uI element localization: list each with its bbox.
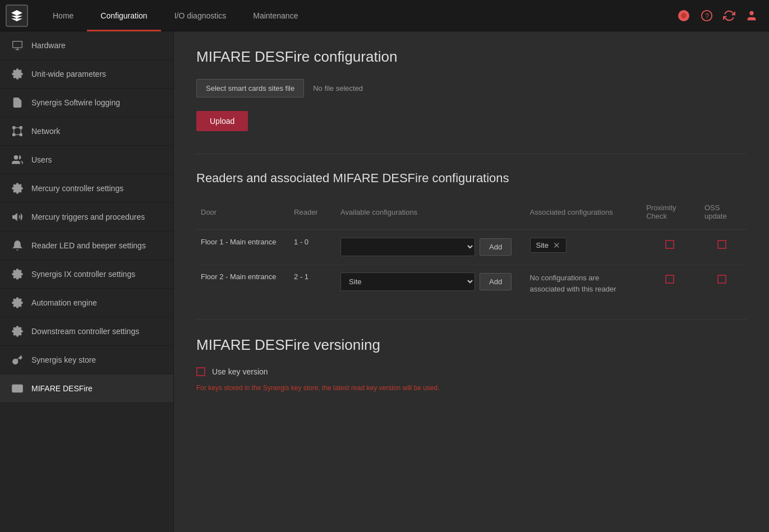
gear-icon-downstream	[11, 325, 24, 337]
sidebar-item-reader-led[interactable]: Reader LED and beeper settings	[0, 232, 173, 260]
sidebar-item-synergis-ix[interactable]: Synergis IX controller settings	[0, 260, 173, 289]
versioning-section: MIFARE DESFire versioning Use key versio…	[196, 336, 747, 392]
card-icon	[11, 382, 24, 395]
cell-door-1: Floor 1 - Main entrance	[196, 230, 289, 265]
nav-home[interactable]: Home	[39, 0, 87, 31]
col-door: Door	[196, 199, 289, 230]
svg-point-15	[14, 156, 18, 160]
associated-tag-1: Site ✕	[530, 238, 567, 253]
cell-proximity-2	[642, 265, 700, 303]
readers-table: Door Reader Available configurations Ass…	[196, 199, 747, 302]
add-config-button-1[interactable]: Add	[480, 238, 512, 256]
no-file-label: No file selected	[313, 84, 363, 92]
upload-button[interactable]: Upload	[196, 111, 248, 131]
use-key-version-label: Use key version	[212, 367, 268, 376]
sidebar-item-mercury-triggers[interactable]: Mercury triggers and procedures	[0, 203, 173, 232]
sidebar-item-synergis-key[interactable]: Synergis key store	[0, 346, 173, 374]
oss-update-2[interactable]	[717, 275, 726, 284]
cell-oss-2	[700, 265, 747, 303]
cell-proximity-1	[642, 230, 700, 265]
sidebar-item-logging[interactable]: Synergis Softwire logging	[0, 89, 173, 117]
nav-io-diagnostics[interactable]: I/O diagnostics	[161, 0, 240, 31]
sidebar-item-mercury-controller[interactable]: Mercury controller settings	[0, 174, 173, 203]
nav-icon-group: ?	[677, 9, 769, 22]
sidebar-item-users[interactable]: Users	[0, 146, 173, 174]
use-key-version-checkbox[interactable]	[196, 367, 205, 376]
proximity-check-2[interactable]	[665, 275, 674, 284]
svg-marker-17	[13, 214, 17, 220]
main-content: MIFARE DESFire configuration Select smar…	[174, 31, 769, 532]
top-navigation: Home Configuration I/O diagnostics Maint…	[0, 0, 769, 31]
col-proximity: Proximity Check	[642, 199, 700, 230]
nav-configuration[interactable]: Configuration	[87, 0, 160, 31]
svg-rect-9	[13, 133, 15, 136]
readers-table-section: Door Reader Available configurations Ass…	[196, 199, 747, 302]
table-header-row: Door Reader Available configurations Ass…	[196, 199, 747, 230]
gear-icon-mercury	[11, 182, 24, 195]
remove-associated-tag-1[interactable]: ✕	[553, 241, 560, 249]
sidebar-item-downstream[interactable]: Downstream controller settings	[0, 317, 173, 346]
sidebar-item-network[interactable]: Network	[0, 117, 173, 146]
versioning-divider	[196, 319, 747, 320]
user-icon[interactable]	[745, 10, 758, 22]
cell-door-2: Floor 2 - Main entrance	[196, 265, 289, 303]
col-available: Available configurations	[336, 199, 525, 230]
svg-rect-10	[20, 133, 22, 136]
file-select-row: Select smart cards sites file No file se…	[196, 79, 747, 98]
cell-associated-2: No configurations are associated with th…	[526, 265, 642, 303]
svg-text:?: ?	[705, 12, 709, 20]
oss-update-1[interactable]	[717, 240, 726, 249]
cell-reader-2: 2 - 1	[289, 265, 336, 303]
add-config-button-2[interactable]: Add	[480, 273, 512, 290]
automation-icon	[11, 297, 24, 309]
section-divider	[196, 154, 747, 154]
sidebar-item-hardware[interactable]: Hardware	[0, 31, 173, 60]
svg-point-1	[681, 13, 687, 18]
refresh-icon[interactable]	[723, 10, 735, 22]
key-version-row: Use key version	[196, 367, 747, 376]
document-icon	[11, 96, 24, 109]
hardware-icon	[11, 39, 24, 52]
svg-rect-7	[13, 127, 15, 129]
col-reader: Reader	[289, 199, 336, 230]
gear-icon-synergis	[11, 268, 24, 280]
app-logo	[6, 4, 28, 27]
readers-section-title: Readers and associated MIFARE DESFire co…	[196, 171, 747, 186]
help-icon[interactable]: ?	[701, 10, 713, 22]
select-file-button[interactable]: Select smart cards sites file	[196, 79, 304, 98]
users-icon	[11, 154, 24, 166]
notifications-icon[interactable]	[677, 9, 690, 22]
proximity-check-1[interactable]	[665, 240, 674, 249]
table-row: Floor 2 - Main entrance 2 - 1 Site Add	[196, 265, 747, 303]
version-note: For keys stored in the Synergis key stor…	[196, 384, 747, 392]
cell-available-1: Add	[336, 230, 525, 265]
gear-icon-unit	[11, 68, 24, 80]
sidebar-item-unit-wide[interactable]: Unit-wide parameters	[0, 60, 173, 89]
main-layout: Hardware Unit-wide parameters Synergis S…	[0, 31, 769, 532]
nav-maintenance[interactable]: Maintenance	[240, 0, 311, 31]
bell-icon	[11, 239, 24, 252]
table-row: Floor 1 - Main entrance 1 - 0 Add	[196, 230, 747, 265]
sidebar-item-mifare-desfire[interactable]: MIFARE DESFire	[0, 374, 173, 403]
megaphone-icon	[11, 211, 24, 223]
sidebar: Hardware Unit-wide parameters Synergis S…	[0, 31, 174, 532]
svg-rect-5	[13, 41, 22, 48]
cell-oss-1	[700, 230, 747, 265]
versioning-title: MIFARE DESFire versioning	[196, 336, 747, 354]
cell-available-2: Site Add	[336, 265, 525, 303]
svg-point-4	[749, 11, 753, 15]
available-config-select-2[interactable]: Site	[340, 272, 475, 291]
col-associated: Associated configurations	[526, 199, 642, 230]
network-icon	[11, 125, 24, 137]
key-icon	[11, 354, 24, 366]
col-oss: OSS update	[700, 199, 747, 230]
page-title: MIFARE DESFire configuration	[196, 48, 747, 66]
cell-reader-1: 1 - 0	[289, 230, 336, 265]
available-config-select-1[interactable]	[340, 238, 475, 256]
svg-rect-8	[20, 127, 22, 129]
nav-menu: Home Configuration I/O diagnostics Maint…	[39, 0, 677, 31]
svg-rect-21	[12, 385, 22, 392]
cell-associated-1: Site ✕	[526, 230, 642, 265]
sidebar-item-automation[interactable]: Automation engine	[0, 289, 173, 317]
